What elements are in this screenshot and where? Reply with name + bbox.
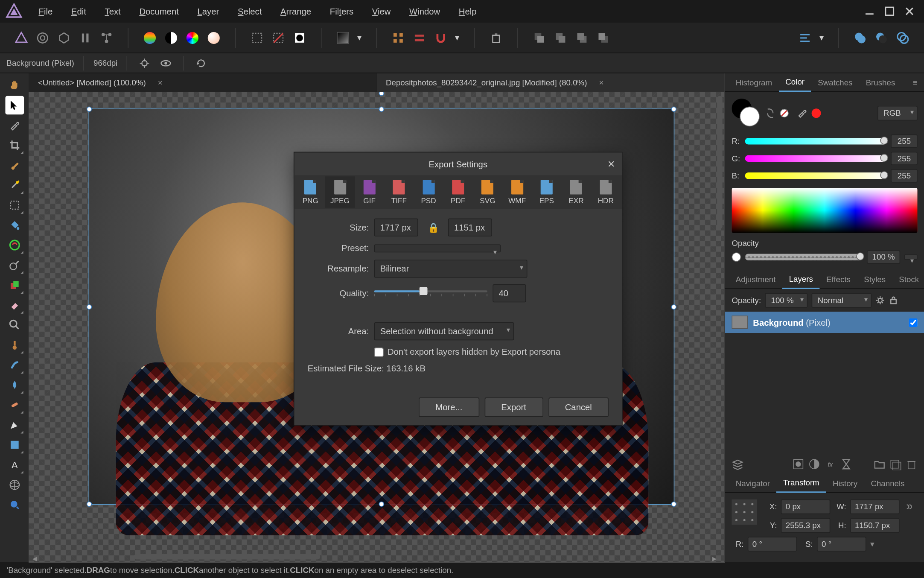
size-height-input[interactable]: [448, 219, 492, 236]
marquee-tool-icon[interactable]: [5, 196, 24, 215]
persona-export-icon[interactable]: [97, 28, 116, 47]
selection-handle[interactable]: [671, 304, 676, 309]
lock-icon[interactable]: [889, 296, 898, 305]
tab-history[interactable]: History: [826, 475, 864, 492]
format-exr[interactable]: EXR: [561, 176, 591, 207]
primary-color-swatch[interactable]: [740, 107, 760, 127]
tab-styles[interactable]: Styles: [857, 271, 892, 288]
persona-photo-icon[interactable]: [12, 28, 31, 47]
soft-proof-icon[interactable]: [204, 28, 223, 47]
gradient-dark-icon[interactable]: [334, 28, 353, 47]
eraser-tool-icon[interactable]: [5, 296, 24, 315]
selection-off-icon[interactable]: [269, 28, 288, 47]
mask-icon[interactable]: [792, 458, 804, 470]
pen-tool-icon[interactable]: [5, 415, 24, 434]
selection-dashrect-icon[interactable]: [248, 28, 266, 47]
anchor-selector[interactable]: [732, 499, 757, 525]
dropdown-arrow-icon[interactable]: ▾: [817, 28, 826, 47]
align-dropdown-icon[interactable]: [796, 28, 814, 47]
cancel-button[interactable]: Cancel: [548, 397, 609, 417]
selection-handle[interactable]: [87, 502, 92, 507]
menu-view[interactable]: View: [363, 6, 400, 16]
refresh-icon[interactable]: [193, 55, 209, 71]
tab-layers[interactable]: Layers: [782, 270, 819, 289]
tab-adjustment[interactable]: Adjustment: [729, 271, 782, 288]
color-format-icon[interactable]: [140, 28, 159, 47]
quick-mask-icon[interactable]: [290, 28, 309, 47]
persona-tonemap-icon[interactable]: [76, 28, 95, 47]
scrollbar-thumb[interactable]: [134, 554, 321, 559]
order-front-icon[interactable]: [594, 28, 613, 47]
slider-thumb[interactable]: [880, 137, 888, 145]
order-backward-icon[interactable]: [551, 28, 570, 47]
format-png[interactable]: PNG: [296, 176, 325, 207]
opacity-dropdown[interactable]: [904, 254, 917, 260]
dropdown-arrow-icon[interactable]: ▾: [355, 28, 364, 47]
menu-document[interactable]: Document: [130, 6, 188, 16]
dialog-close-button[interactable]: ✕: [607, 158, 615, 169]
dialog-titlebar[interactable]: Export Settings ✕: [294, 152, 622, 175]
scrollbar-horizontal[interactable]: ◂ ▸: [32, 553, 720, 562]
split-view-icon[interactable]: [162, 28, 181, 47]
eye-icon[interactable]: [158, 55, 174, 71]
trash-icon[interactable]: [487, 28, 505, 47]
quality-slider[interactable]: [374, 290, 487, 296]
format-svg[interactable]: SVG: [473, 176, 502, 207]
format-eps[interactable]: EPS: [532, 176, 561, 207]
tab-navigator[interactable]: Navigator: [729, 475, 776, 492]
tab-close-icon[interactable]: ×: [599, 78, 604, 88]
w-input[interactable]: [850, 499, 899, 514]
opacity-slider[interactable]: [745, 254, 863, 260]
format-pdf[interactable]: PDF: [443, 176, 473, 207]
slider-thumb[interactable]: [856, 252, 864, 260]
opacity-value[interactable]: 100 %: [867, 251, 900, 264]
dodge-tool-icon[interactable]: [5, 256, 24, 274]
text-tool-icon[interactable]: A: [5, 455, 24, 474]
swap-colors-icon[interactable]: [765, 108, 775, 119]
quality-value-input[interactable]: [493, 284, 526, 302]
crop-tool-icon[interactable]: [5, 136, 24, 155]
scrollbar-right-arrow[interactable]: ▸: [712, 553, 720, 561]
r-input[interactable]: [748, 537, 797, 551]
mesh-tool-icon[interactable]: [5, 476, 24, 494]
selection-handle[interactable]: [379, 107, 384, 112]
b-value[interactable]: 255: [891, 169, 917, 182]
tab-effects[interactable]: Effects: [819, 271, 857, 288]
g-slider[interactable]: [745, 155, 887, 162]
selection-handle[interactable]: [87, 107, 92, 112]
dropdown-arrow-icon[interactable]: ▾: [453, 28, 462, 47]
slider-thumb[interactable]: [880, 171, 888, 179]
hourglass-icon[interactable]: [840, 458, 852, 470]
menu-select[interactable]: Select: [228, 6, 271, 16]
lock-aspect-icon[interactable]: 🔒: [423, 222, 443, 233]
snap-magnet-icon[interactable]: [431, 28, 450, 47]
wand-tool-icon[interactable]: [5, 176, 24, 195]
slider-thumb[interactable]: [880, 154, 888, 162]
selection-handle[interactable]: [379, 502, 384, 507]
tab-color[interactable]: Color: [779, 73, 811, 92]
color-wheel-icon[interactable]: [183, 28, 202, 47]
menu-window[interactable]: Window: [400, 6, 449, 16]
tab-brushes[interactable]: Brushes: [859, 73, 902, 91]
selection-handle[interactable]: [671, 502, 676, 507]
persona-develop-icon[interactable]: [55, 28, 73, 47]
b-slider[interactable]: [745, 172, 887, 179]
layer-stack-icon[interactable]: [732, 458, 743, 470]
scrollbar-thumb[interactable]: [717, 96, 722, 229]
order-forward-icon[interactable]: [573, 28, 592, 47]
dropdown-arrow-icon[interactable]: ▾: [870, 540, 880, 549]
layer-item-background[interactable]: Background (Pixel): [725, 312, 924, 333]
picker-eyedropper-icon[interactable]: [797, 107, 807, 120]
document-tab-0[interactable]: <Untitled> [Modified] (100.0%) ×: [29, 73, 376, 92]
size-width-input[interactable]: [374, 219, 418, 236]
tab-channels[interactable]: Channels: [864, 475, 911, 492]
window-close-button[interactable]: [904, 6, 915, 17]
layer-visibility-checkbox[interactable]: [909, 318, 917, 327]
format-jpeg[interactable]: JPEG: [325, 176, 355, 207]
eyedropper-tool-icon[interactable]: [5, 116, 24, 134]
adjustment-icon[interactable]: [808, 458, 820, 470]
layer-opacity-dropdown[interactable]: 100 %: [765, 293, 807, 307]
add-layer-icon[interactable]: [889, 458, 901, 470]
area-dropdown[interactable]: Selection without background: [374, 322, 514, 340]
move-tool-icon[interactable]: [5, 96, 24, 115]
